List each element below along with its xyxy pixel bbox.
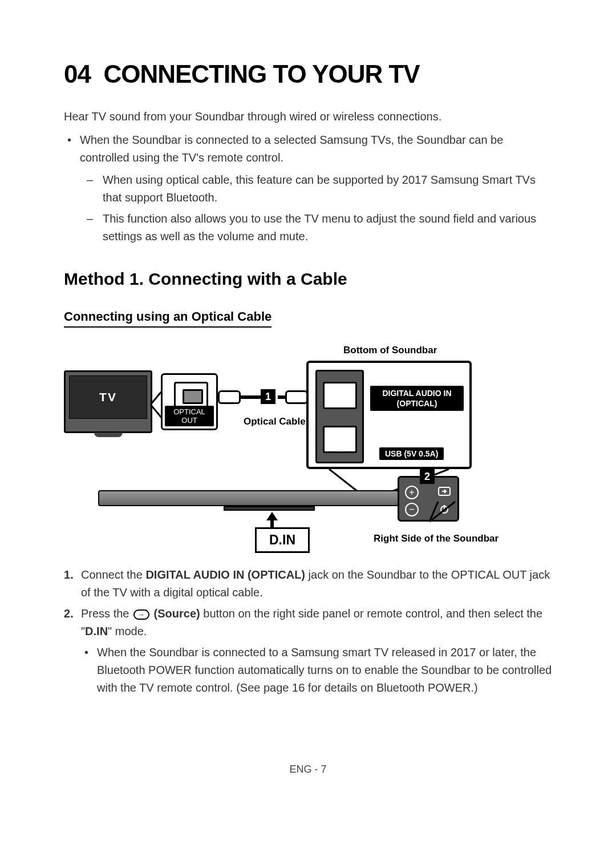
step-list: Connect the DIGITAL AUDIO IN (OPTICAL) j… xyxy=(64,566,552,697)
method-title: Method 1. Connecting with a Cable xyxy=(64,269,552,289)
cable-plug xyxy=(285,390,308,404)
minus-button-icon: − xyxy=(405,503,419,516)
bullet-text: When the Soundbar is connected to a sele… xyxy=(80,134,503,164)
right-side-label: Right Side of the Soundbar xyxy=(374,533,499,544)
number-badge-1: 1 xyxy=(261,389,275,404)
usb-label: USB (5V 0.5A) xyxy=(379,447,444,460)
number-badge-2: 2 xyxy=(420,469,435,484)
step-item: Press the (Source) button on the right s… xyxy=(81,605,552,697)
callout-lines-icon xyxy=(427,499,461,527)
tv-screen: TV xyxy=(69,375,147,419)
section-heading: CONNECTING TO YOUR TV xyxy=(103,60,419,88)
soundbar-port-panel: DIGITAL AUDIO IN (OPTICAL) USB (5V 0.5A) xyxy=(306,361,472,469)
dash-list: When using optical cable, this feature c… xyxy=(80,171,552,245)
step-text: Press the xyxy=(81,607,132,620)
page-footer: ENG - 7 xyxy=(289,764,326,776)
step-text: button on the right side panel or remote… xyxy=(81,607,542,637)
dash-item: When using optical cable, this feature c… xyxy=(103,171,552,207)
port-inner xyxy=(174,382,208,409)
optical-out-port: OPTICAL OUT xyxy=(161,373,218,430)
connection-diagram: Bottom of Soundbar TV OPTICAL OUT 1 Opti… xyxy=(64,345,552,550)
plus-button-icon: + xyxy=(405,486,419,499)
din-label: D.IN xyxy=(255,527,310,553)
bullet-list: When the Soundbar is connected to a sele… xyxy=(64,131,552,245)
cable-wire xyxy=(241,395,261,399)
sub-title: Connecting using an Optical Cable xyxy=(64,309,271,328)
tv-icon: TV xyxy=(64,370,152,433)
bottom-soundbar-label: Bottom of Soundbar xyxy=(343,345,437,356)
cable-right-icon xyxy=(278,390,306,407)
bullet-item: When the Soundbar is connected to a sele… xyxy=(80,131,552,245)
usb-port xyxy=(323,426,357,453)
step-text: " mode. xyxy=(108,625,147,637)
intro-text: Hear TV sound from your Soundbar through… xyxy=(64,110,552,123)
digital-audio-label: DIGITAL AUDIO IN (OPTICAL) xyxy=(370,386,464,411)
step-bold: D.IN xyxy=(85,625,108,637)
step-text: Connect the xyxy=(81,568,145,581)
section-title: 04 CONNECTING TO YOUR TV xyxy=(64,60,552,88)
optical-cable-label: Optical Cable xyxy=(244,416,306,427)
source-button-icon xyxy=(438,487,451,499)
step-item: Connect the DIGITAL AUDIO IN (OPTICAL) j… xyxy=(81,566,552,601)
tv-stand xyxy=(94,433,123,437)
dash-item: This function also allows you to use the… xyxy=(103,210,552,245)
source-icon xyxy=(133,609,149,620)
step-bold: (Source) xyxy=(154,607,200,620)
optical-out-label: OPTICAL OUT xyxy=(165,406,214,426)
step-bold: DIGITAL AUDIO IN (OPTICAL) xyxy=(145,568,305,581)
svg-marker-4 xyxy=(266,512,278,529)
soundbar-base xyxy=(224,506,315,511)
sub-bullet-list: When the Soundbar is connected to a Sams… xyxy=(81,644,552,697)
section-number: 04 xyxy=(64,60,91,88)
cable-plug xyxy=(218,390,241,404)
cable-left-icon xyxy=(218,390,258,407)
soundbar-icon xyxy=(98,490,429,506)
digital-audio-port xyxy=(323,382,357,409)
sub-bullet-item: When the Soundbar is connected to a Sams… xyxy=(97,644,552,697)
arrow-up-icon xyxy=(266,512,278,529)
port-hole xyxy=(183,389,203,404)
port-section xyxy=(315,370,364,463)
